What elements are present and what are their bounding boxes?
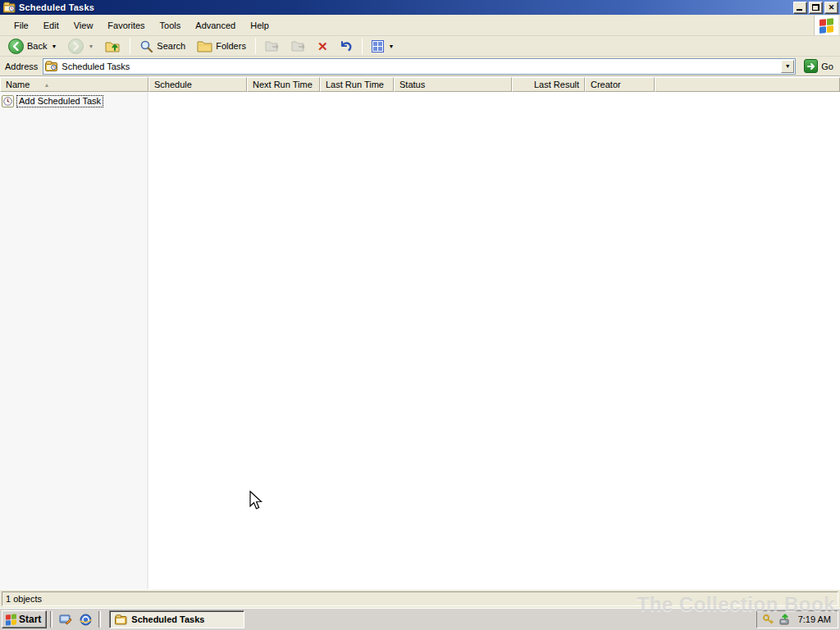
menu-bar: File Edit View Favorites Tools Advanced … [0,15,840,36]
close-button[interactable]: ✕ [824,2,838,14]
taskbar-clock[interactable]: 7:19 AM [798,614,831,624]
go-label: Go [821,62,833,71]
list-item-add-scheduled-task[interactable]: Add Scheduled Task [2,94,103,108]
window-titlebar[interactable]: Scheduled Tasks ✕ [0,0,840,15]
start-flag-icon [6,614,16,625]
views-dropdown-icon[interactable]: ▼ [388,43,394,49]
search-button[interactable]: Search [135,37,190,56]
task-button-label: Scheduled Tasks [131,614,204,624]
back-button[interactable]: Back ▼ [3,36,62,57]
start-label: Start [19,614,41,625]
column-header-filler [655,77,840,92]
taskbar-divider[interactable] [98,611,101,628]
task-button-icon [115,614,127,625]
minimize-button[interactable] [793,2,807,14]
back-label: Back [27,41,47,51]
window-title: Scheduled Tasks [19,2,792,12]
task-list-view[interactable]: Name ▲ Schedule Next Run Time Last Run T… [0,76,840,589]
address-bar: Address Scheduled Tasks ▼ Go [0,57,840,76]
taskbar-divider[interactable] [50,611,52,628]
column-header-last-result[interactable]: Last Result [512,77,585,92]
keys-icon[interactable] [762,613,775,626]
menu-favorites[interactable]: Favorites [100,18,152,33]
move-to-icon [265,40,280,52]
list-item-label: Add Scheduled Task [16,95,103,107]
column-header-schedule[interactable]: Schedule [148,77,247,92]
copy-to-icon [291,40,306,52]
column-header-last-run-time[interactable]: Last Run Time [320,77,394,92]
menu-advanced[interactable]: Advanced [188,18,243,33]
go-button[interactable]: Go [800,57,838,75]
scheduled-tasks-window-icon [3,2,16,13]
column-header-name[interactable]: Name ▲ [0,77,148,92]
views-button[interactable]: ▼ [367,38,399,55]
desktop-screen: Scheduled Tasks ✕ File Edit View Favorit… [0,0,840,630]
search-label: Search [157,41,185,51]
address-label: Address [2,62,43,71]
address-combobox[interactable]: Scheduled Tasks ▼ [43,58,796,75]
undo-icon [339,39,353,52]
menu-file[interactable]: File [7,18,36,33]
taskbar: Start Scheduled Tasks [0,608,840,630]
windows-logo-icon [814,16,838,35]
menu-help[interactable]: Help [243,18,276,33]
back-dropdown-icon[interactable]: ▼ [51,43,57,49]
add-scheduled-task-icon [2,95,14,107]
column-header-creator[interactable]: Creator [585,77,655,92]
forward-icon [68,39,84,54]
views-icon [372,40,384,52]
toolbar-separator [362,38,363,54]
folders-label: Folders [216,41,246,51]
taskbar-task-scheduled-tasks[interactable]: Scheduled Tasks [109,610,244,628]
delete-button[interactable]: ✕ [313,38,333,55]
column-headers: Name ▲ Schedule Next Run Time Last Run T… [0,77,840,92]
system-tray: 7:19 AM [756,610,838,628]
internet-explorer-icon[interactable] [77,611,94,628]
toolbar-separator [130,38,130,54]
standard-toolbar: Back ▼ ▼ Search [0,36,840,57]
forward-button[interactable]: ▼ [63,36,98,57]
back-icon [8,39,24,54]
address-value: Scheduled Tasks [62,62,130,71]
move-to-button[interactable] [260,38,285,55]
restore-button[interactable] [809,2,823,14]
folder-up-icon [105,39,121,53]
search-icon [139,39,153,53]
copy-to-button[interactable] [286,38,311,55]
menu-tools[interactable]: Tools [153,18,189,33]
show-desktop-icon[interactable] [57,611,74,628]
delete-icon: ✕ [317,40,328,52]
address-dropdown-icon[interactable]: ▼ [781,60,794,73]
folders-icon [197,40,212,52]
name-column-pane [0,76,148,589]
menu-view[interactable]: View [66,18,101,33]
go-arrow-icon [804,59,818,73]
address-scheduled-tasks-icon [45,61,58,72]
column-header-status[interactable]: Status [394,77,512,92]
undo-button[interactable] [334,37,358,55]
menu-edit[interactable]: Edit [36,18,66,33]
toolbar-separator [255,38,256,54]
up-button[interactable] [100,37,126,56]
safely-remove-hardware-icon[interactable] [778,613,792,626]
sort-ascending-icon: ▲ [43,82,49,88]
status-panel: 1 objects [2,591,838,606]
status-bar: 1 objects [0,589,840,608]
column-header-next-run-time[interactable]: Next Run Time [247,77,320,92]
start-button[interactable]: Start [2,610,47,628]
folders-button[interactable]: Folders [192,38,251,55]
status-text: 1 objects [6,594,42,604]
forward-dropdown-icon: ▼ [88,43,94,49]
